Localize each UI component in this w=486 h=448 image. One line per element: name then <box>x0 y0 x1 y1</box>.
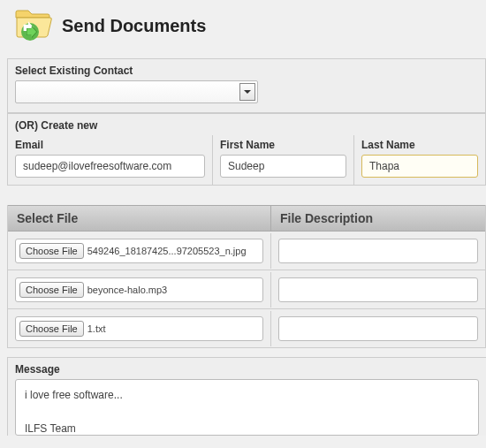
choose-file-button[interactable]: Choose File <box>19 243 84 259</box>
file-name: beyonce-halo.mp3 <box>87 285 168 295</box>
file-description-field[interactable] <box>278 239 478 263</box>
page-header: Send Documents <box>0 0 486 58</box>
table-row: Choose File beyonce-halo.mp3 <box>8 270 485 309</box>
create-new-row: Email First Name Last Name <box>8 135 485 186</box>
message-label: Message <box>8 358 486 379</box>
choose-file-button[interactable]: Choose File <box>19 321 84 337</box>
choose-file-button[interactable]: Choose File <box>19 282 84 298</box>
chevron-down-icon[interactable] <box>239 83 255 101</box>
desc-cell <box>271 311 485 346</box>
firstname-label: First Name <box>220 139 346 151</box>
file-description-field[interactable] <box>278 316 478 341</box>
file-picker: Choose File 549246_18187425...97205523_n… <box>15 239 263 263</box>
email-cell: Email <box>8 135 213 185</box>
desc-cell <box>271 272 485 308</box>
file-description-field[interactable] <box>278 277 478 302</box>
file-table-header: Select File File Description <box>8 205 485 232</box>
file-name: 549246_18187425...97205523_n.jpg <box>87 246 247 256</box>
file-cell: Choose File 1.txt <box>8 311 271 346</box>
file-cell: Choose File 549246_18187425...97205523_n… <box>8 233 271 269</box>
message-section: Message i love free software... ILFS Tea… <box>7 357 486 436</box>
col-select-file: Select File <box>8 206 271 231</box>
desc-cell <box>271 233 485 269</box>
message-textarea[interactable]: i love free software... ILFS Team <box>15 379 479 436</box>
table-row: Choose File 549246_18187425...97205523_n… <box>8 232 485 270</box>
file-name: 1.txt <box>87 323 106 334</box>
email-field[interactable] <box>15 155 205 178</box>
col-file-description: File Description <box>271 211 485 225</box>
lastname-field[interactable] <box>361 155 478 178</box>
file-picker: Choose File 1.txt <box>15 316 263 341</box>
firstname-field[interactable] <box>220 155 346 178</box>
page-title: Send Documents <box>62 16 206 36</box>
table-row: Choose File 1.txt <box>8 309 485 348</box>
file-cell: Choose File beyonce-halo.mp3 <box>8 272 271 308</box>
file-picker: Choose File beyonce-halo.mp3 <box>15 277 263 302</box>
or-create-label: (OR) Create new <box>8 113 485 135</box>
file-table: Select File File Description Choose File… <box>7 205 486 348</box>
select-contact-label: Select Existing Contact <box>8 59 485 80</box>
firstname-cell: First Name <box>213 135 354 185</box>
contact-section: Select Existing Contact (OR) Create new … <box>7 58 486 186</box>
lastname-cell: Last Name <box>354 135 485 185</box>
spacer <box>0 186 486 205</box>
select-contact-row <box>8 80 485 113</box>
lastname-label: Last Name <box>361 139 478 151</box>
existing-contact-dropdown[interactable] <box>15 80 258 103</box>
folder-send-icon <box>14 9 53 42</box>
email-label: Email <box>15 139 205 151</box>
